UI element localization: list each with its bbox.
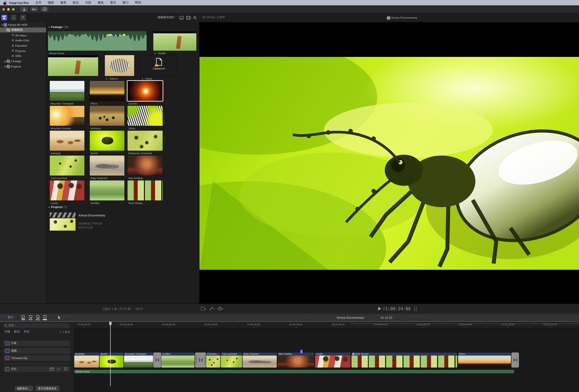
connect-edit-icon[interactable] xyxy=(21,315,26,320)
role-focus-icon[interactable] xyxy=(64,367,68,371)
index-button[interactable]: 索引 xyxy=(7,315,13,319)
zoom-window-button[interactable] xyxy=(12,8,15,10)
menu-item-窗口[interactable]: 窗口 xyxy=(122,0,129,5)
smart-collections-folder[interactable]: ▼智能精选 xyxy=(0,27,46,33)
audio-meters-icon[interactable] xyxy=(414,306,417,311)
minimize-window-button[interactable] xyxy=(7,8,10,10)
browser-clip-monkeys[interactable] xyxy=(90,106,124,126)
menu-item-修改[interactable]: 修改 xyxy=(97,0,104,5)
role-row-音乐[interactable]: ✓音乐 xyxy=(3,366,70,372)
browser-clip-sunrise[interactable] xyxy=(128,81,163,101)
timeline-marker[interactable] xyxy=(300,350,303,353)
close-window-button[interactable] xyxy=(2,8,5,10)
overwrite-edit-icon[interactable] xyxy=(43,315,47,320)
menu-item-片段[interactable]: 片段 xyxy=(85,0,91,5)
menu-item-帮助[interactable]: 帮助 xyxy=(135,0,141,5)
transition-clip[interactable] xyxy=(153,352,161,368)
projects-section-header[interactable]: ▼ Projects (1) xyxy=(48,205,67,209)
browser-clip-mountain-sunrise[interactable] xyxy=(50,106,84,126)
timeline-clip-multi-stream[interactable]: Multi Stream xyxy=(352,352,457,368)
project-name[interactable]: Kenya Documentary xyxy=(79,214,105,217)
event-footage[interactable]: ▶★⚠Footage xyxy=(0,59,46,64)
browser-clip-1-zebra[interactable]: !已修改的文件 xyxy=(141,55,177,76)
index-search-field[interactable]: 搜索 xyxy=(3,323,70,328)
effects-tool-dropdown[interactable] xyxy=(209,307,215,311)
titles-generators-tab[interactable]: T xyxy=(20,14,26,20)
role-row-字幕[interactable]: ✓字幕 xyxy=(3,340,70,346)
timeline-ruler[interactable]: 01:00:20:0001:00:25:0001:00:30:0001:00:3… xyxy=(74,322,579,328)
transform-tool-dropdown[interactable] xyxy=(201,307,206,311)
timeline-clip-elephant[interactable]: Elephant... xyxy=(206,352,220,368)
filmstrip-view-icon[interactable] xyxy=(186,16,191,19)
browser-clip-man-smiling[interactable] xyxy=(128,156,163,176)
index-tab-片段[interactable]: 片段 xyxy=(4,330,10,334)
timeline-clip-rhino[interactable]: Rhino xyxy=(458,352,511,368)
timeline-clip-mountain-timelapse[interactable]: Mountain Timelapse xyxy=(124,352,153,368)
libraries-tab[interactable] xyxy=(1,14,7,20)
button-显示音频通道条[interactable]: 显示音频通道条 xyxy=(35,386,59,391)
timeline-clip-beetle[interactable]: Beetle xyxy=(99,352,123,368)
browser-clip-african-score[interactable] xyxy=(48,31,146,51)
browser-clip-baby-elephant[interactable] xyxy=(90,156,124,176)
viewer-timecode[interactable]: 01:00:24:06 xyxy=(382,306,411,311)
playhead[interactable] xyxy=(110,322,111,386)
timeline-clip-baby-elephant[interactable]: Baby Elephant xyxy=(243,352,277,368)
browser-clip-1-zebra-1[interactable] xyxy=(105,55,134,76)
smart-collection-stills[interactable]: ⚙Stills xyxy=(0,53,46,59)
audio-clip-african-score[interactable]: African Score xyxy=(74,370,514,373)
insert-edit-icon[interactable] xyxy=(28,315,33,320)
index-tab-标记[interactable]: 标记 xyxy=(14,330,20,334)
browser-clip-filmstrip[interactable] xyxy=(48,55,98,76)
show-waveform-icon[interactable] xyxy=(57,367,61,371)
retime-dropdown[interactable] xyxy=(218,307,223,311)
project-thumbnail[interactable] xyxy=(50,218,76,231)
show-lanes-icon[interactable] xyxy=(50,367,54,371)
filter-dropdown[interactable]: 隐藏被拒绝的 ⌃ xyxy=(158,15,177,20)
previous-project-chevron[interactable]: ‹ xyxy=(310,316,311,319)
smart-collection-projects[interactable]: ⚙Projects xyxy=(0,48,46,53)
role-checkbox-音乐[interactable]: ✓ xyxy=(5,367,9,371)
browser-clip-giraffes[interactable] xyxy=(90,180,124,201)
list-view-icon[interactable] xyxy=(179,16,184,19)
role-checkbox-视频[interactable]: ✓ xyxy=(5,349,9,353)
edit-options-chevron[interactable]: ⌄ xyxy=(50,317,52,320)
button-编辑角色[interactable]: 编辑角色… xyxy=(14,386,33,391)
role-row-视频[interactable]: ✓视频 xyxy=(3,348,70,354)
play-button[interactable] xyxy=(378,307,381,311)
next-project-chevron[interactable]: › xyxy=(425,316,426,319)
background-tasks-button[interactable] xyxy=(40,7,48,11)
footage-section-header[interactable]: ▼ Footage (19) xyxy=(48,25,69,28)
smart-collection-favorites[interactable]: ⚙Favorites xyxy=(0,43,46,48)
smart-collection-audio-only[interactable]: ⚙Audio Only xyxy=(0,38,46,43)
timeline-clip-man-smiling[interactable]: Man Smiling xyxy=(278,352,314,368)
timeline-clip-giraffes[interactable]: Giraffes xyxy=(161,352,195,368)
menu-item-编辑[interactable]: 编辑 xyxy=(48,0,54,5)
event-projects[interactable]: ▶★⚠Projects xyxy=(0,64,46,69)
menu-item-修剪[interactable]: 修剪 xyxy=(60,0,67,5)
browser-clip-2-giraffe[interactable] xyxy=(153,31,196,51)
browser-clip-locals[interactable] xyxy=(50,180,84,201)
append-edit-icon[interactable] xyxy=(36,315,40,320)
browser-clip-antelope[interactable] xyxy=(50,131,84,151)
smart-collection-all-video[interactable]: ⚙All Video xyxy=(0,33,46,38)
app-menu[interactable]: Final Cut Pro xyxy=(9,1,29,4)
import-media-button[interactable] xyxy=(20,7,28,11)
photos-audio-tab[interactable]: ♪ xyxy=(11,14,16,20)
browser-clip-beetle[interactable] xyxy=(90,131,124,151)
keyword-editor-button[interactable] xyxy=(30,7,38,11)
timeline-clip-locals[interactable]: Locals xyxy=(315,352,351,368)
timeline-clip-antelope[interactable]: Antelope xyxy=(74,352,99,368)
browser-clip-elephants-overhead[interactable] xyxy=(128,131,163,151)
timeline-project-title[interactable]: Kenya Documentary xyxy=(337,316,364,319)
search-icon[interactable] xyxy=(193,16,197,19)
apple-menu-icon[interactable] xyxy=(3,1,7,5)
playhead-handle[interactable] xyxy=(109,322,112,325)
tool-selector[interactable]: ⌄ xyxy=(58,315,64,319)
role-checkbox-trimmed-clip[interactable]: ✓ xyxy=(5,356,9,360)
role-checkbox-字幕[interactable]: ✓ xyxy=(5,341,9,345)
index-tab-角色[interactable]: 角色 xyxy=(24,330,30,334)
transition-clip[interactable] xyxy=(195,352,206,368)
browser-clip-trail-overhead[interactable] xyxy=(50,156,84,176)
browser-clip-multi-stream[interactable] xyxy=(128,180,163,201)
browser-clip-mountain-timelapse[interactable] xyxy=(50,81,84,101)
